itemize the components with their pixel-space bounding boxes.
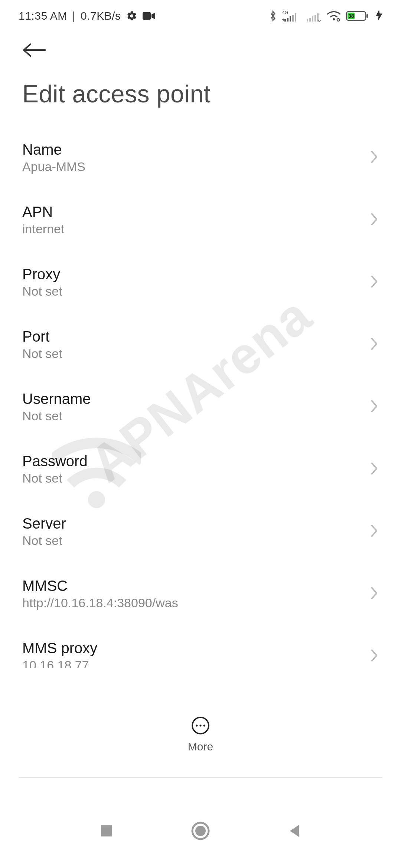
item-label: Password <box>22 453 88 470</box>
svg-point-19 <box>199 724 201 726</box>
chevron-right-icon <box>370 586 379 602</box>
back-button[interactable] <box>22 39 47 61</box>
svg-rect-14 <box>366 14 368 18</box>
chevron-right-icon <box>370 648 379 664</box>
signal-nosim-icon <box>304 10 322 22</box>
item-text: Username Not set <box>22 391 91 423</box>
item-value: Not set <box>22 346 62 361</box>
charging-icon <box>376 10 382 22</box>
svg-rect-2 <box>284 19 286 22</box>
status-time: 11:35 AM <box>19 10 67 22</box>
item-text: Proxy Not set <box>22 266 62 299</box>
item-label: Server <box>22 515 66 532</box>
chevron-right-icon <box>370 150 379 165</box>
signal-4g-icon: 4G <box>282 10 299 22</box>
item-server[interactable]: Server Not set <box>0 500 401 563</box>
item-username[interactable]: Username Not set <box>0 376 401 438</box>
item-text: Password Not set <box>22 453 88 486</box>
item-label: Proxy <box>22 266 62 283</box>
svg-rect-4 <box>290 16 291 22</box>
svg-rect-8 <box>309 18 311 22</box>
home-button[interactable] <box>188 818 213 844</box>
settings-list: Name Apua-MMS APN internet Proxy Not set… <box>0 119 401 687</box>
svg-text:38: 38 <box>348 13 354 19</box>
camera-icon <box>143 11 155 20</box>
item-mmsc[interactable]: MMSC http://10.16.18.4:38090/was <box>0 563 401 625</box>
chevron-right-icon <box>370 212 379 228</box>
item-value: Not set <box>22 409 91 423</box>
page-title: Edit access point <box>0 65 401 119</box>
status-sep: | <box>72 10 75 22</box>
item-value: Not set <box>22 471 88 486</box>
svg-rect-6 <box>295 13 296 22</box>
chevron-right-icon <box>370 461 379 477</box>
item-name[interactable]: Name Apua-MMS <box>0 126 401 189</box>
svg-point-18 <box>196 724 198 726</box>
more-icon <box>191 716 210 737</box>
item-label: APN <box>22 204 64 220</box>
battery-icon: 38 <box>346 10 371 22</box>
item-label: Username <box>22 391 91 407</box>
svg-rect-3 <box>287 18 288 22</box>
svg-text:4G: 4G <box>282 10 288 15</box>
more-button[interactable]: More <box>0 716 401 753</box>
status-right: 4G 38 <box>269 10 382 22</box>
item-label: MMS proxy <box>22 640 97 657</box>
status-left: 11:35 AM | 0.7KB/s <box>19 10 155 22</box>
item-text: Server Not set <box>22 515 66 548</box>
item-password[interactable]: Password Not set <box>0 438 401 500</box>
system-nav-bar <box>0 809 401 853</box>
item-value: Not set <box>22 284 62 299</box>
back-nav-button[interactable] <box>281 818 307 844</box>
item-text: APN internet <box>22 204 64 236</box>
bluetooth-icon <box>269 10 277 22</box>
wifi-icon <box>327 10 341 22</box>
item-label: MMSC <box>22 578 178 594</box>
item-port[interactable]: Port Not set <box>0 313 401 376</box>
chevron-right-icon <box>370 524 379 539</box>
item-text: MMSC http://10.16.18.4:38090/was <box>22 578 178 610</box>
item-value: Not set <box>22 533 66 548</box>
item-value: Apua-MMS <box>22 160 85 174</box>
item-value: http://10.16.18.4:38090/was <box>22 596 178 610</box>
item-value: internet <box>22 222 64 236</box>
chevron-right-icon <box>370 399 379 415</box>
item-text: Name Apua-MMS <box>22 141 85 174</box>
svg-rect-5 <box>292 15 294 22</box>
svg-rect-21 <box>101 825 112 836</box>
svg-rect-10 <box>314 15 316 22</box>
chevron-right-icon <box>370 337 379 352</box>
svg-point-23 <box>195 826 206 836</box>
bottom-divider <box>19 777 382 778</box>
svg-rect-7 <box>307 19 308 22</box>
item-text: Port Not set <box>22 328 62 361</box>
header <box>0 32 401 65</box>
svg-rect-0 <box>143 12 151 20</box>
recents-button[interactable] <box>94 818 120 844</box>
gear-icon <box>126 10 137 22</box>
item-proxy[interactable]: Proxy Not set <box>0 251 401 313</box>
item-label: Port <box>22 328 62 345</box>
item-label: Name <box>22 141 85 158</box>
status-net-speed: 0.7KB/s <box>81 10 121 22</box>
svg-rect-9 <box>312 16 313 22</box>
more-label: More <box>188 740 213 753</box>
item-apn[interactable]: APN internet <box>0 189 401 251</box>
status-bar: 11:35 AM | 0.7KB/s 4G 38 <box>0 0 401 32</box>
svg-point-20 <box>203 724 205 726</box>
chevron-right-icon <box>370 274 379 290</box>
